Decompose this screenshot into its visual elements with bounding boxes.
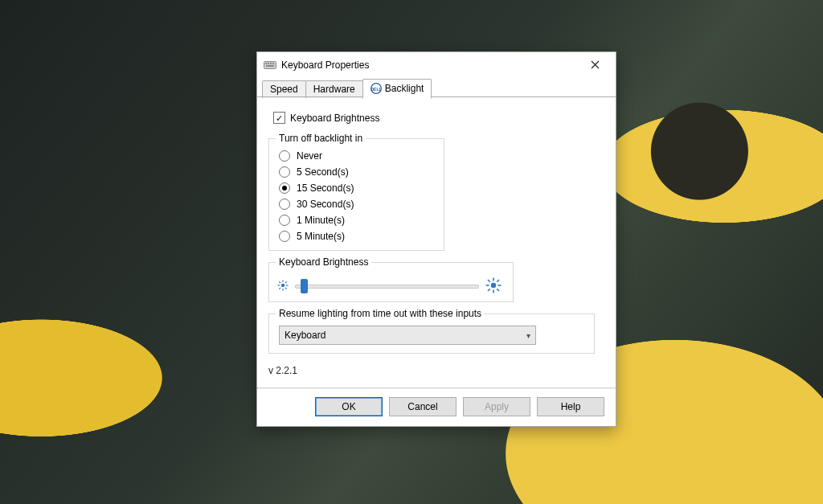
keyboard-icon bbox=[264, 61, 276, 69]
svg-rect-2 bbox=[268, 63, 269, 64]
svg-text:DELL: DELL bbox=[371, 87, 381, 92]
brightness-high-icon bbox=[485, 277, 502, 293]
svg-rect-4 bbox=[272, 63, 274, 64]
checkmark-icon: ✓ bbox=[276, 114, 283, 122]
group-legend: Turn off backlight in bbox=[276, 133, 366, 144]
group-legend: Resume lighting from time out with these… bbox=[276, 308, 485, 319]
radio-button bbox=[279, 231, 290, 242]
svg-line-13 bbox=[279, 281, 280, 283]
svg-line-23 bbox=[497, 289, 499, 291]
turn-off-backlight-group: Turn off backlight in Never5 Second(s)15… bbox=[268, 138, 444, 251]
slider-thumb[interactable] bbox=[301, 279, 308, 293]
tab-panel-backlight: ✓ Keyboard Brightness Turn off backlight… bbox=[257, 97, 616, 387]
version-label: v 2.2.1 bbox=[268, 365, 604, 376]
backlight-timeout-option[interactable]: 30 Second(s) bbox=[279, 199, 436, 210]
close-icon bbox=[591, 59, 600, 72]
svg-line-14 bbox=[285, 288, 287, 289]
brightness-low-icon bbox=[277, 280, 289, 291]
chevron-down-icon: ▾ bbox=[526, 331, 530, 340]
radio-label: 30 Second(s) bbox=[297, 199, 354, 210]
close-button[interactable] bbox=[579, 55, 611, 75]
tab-backlight-label: Backlight bbox=[385, 83, 424, 94]
radio-label: 5 Second(s) bbox=[297, 166, 349, 178]
backlight-timeout-option[interactable]: 1 Minute(s) bbox=[279, 215, 436, 226]
radio-label: 15 Second(s) bbox=[297, 182, 354, 194]
radio-button bbox=[279, 150, 290, 162]
svg-line-25 bbox=[488, 289, 490, 291]
tab-speed-label: Speed bbox=[270, 84, 298, 95]
radio-button bbox=[279, 182, 290, 194]
backlight-timeout-radio-list: Never5 Second(s)15 Second(s)30 Second(s)… bbox=[279, 150, 436, 242]
ok-button[interactable]: OK bbox=[315, 397, 383, 416]
tab-backlight[interactable]: DELL Backlight bbox=[362, 79, 432, 99]
backlight-timeout-option[interactable]: 5 Second(s) bbox=[279, 166, 436, 178]
svg-rect-3 bbox=[270, 63, 272, 64]
brightness-slider[interactable] bbox=[295, 278, 479, 293]
dell-icon: DELL bbox=[371, 82, 382, 93]
dialog-button-row: OK Cancel Apply Help bbox=[257, 389, 616, 426]
radio-button bbox=[279, 166, 290, 178]
cancel-button[interactable]: Cancel bbox=[389, 397, 457, 416]
button-label: Cancel bbox=[407, 401, 437, 412]
apply-button[interactable]: Apply bbox=[463, 397, 530, 416]
svg-point-17 bbox=[491, 283, 496, 288]
svg-rect-1 bbox=[265, 63, 267, 64]
svg-line-16 bbox=[279, 288, 280, 289]
checkbox-box: ✓ bbox=[273, 112, 285, 124]
radio-dot-icon bbox=[282, 186, 287, 191]
tab-speed[interactable]: Speed bbox=[262, 80, 306, 98]
keyboard-brightness-checkbox[interactable]: ✓ Keyboard Brightness bbox=[273, 112, 604, 124]
help-button[interactable]: Help bbox=[537, 397, 604, 416]
svg-line-24 bbox=[497, 280, 499, 282]
radio-label: Never bbox=[297, 150, 322, 162]
button-label: OK bbox=[342, 401, 355, 412]
svg-line-15 bbox=[285, 281, 287, 283]
keyboard-brightness-slider-group: Keyboard Brightness bbox=[268, 262, 514, 302]
radio-button bbox=[279, 199, 290, 210]
backlight-timeout-option[interactable]: 15 Second(s) bbox=[279, 182, 436, 194]
radio-label: 5 Minute(s) bbox=[297, 231, 345, 242]
button-label: Apply bbox=[485, 401, 509, 412]
tab-hardware-label: Hardware bbox=[313, 84, 355, 95]
checkbox-label: Keyboard Brightness bbox=[290, 113, 379, 124]
desktop-background: Keyboard Properties Speed Hardware DELL bbox=[0, 0, 823, 504]
button-label: Help bbox=[561, 401, 581, 412]
combobox-value: Keyboard bbox=[285, 330, 326, 341]
group-legend: Keyboard Brightness bbox=[276, 256, 371, 268]
tabstrip: Speed Hardware DELL Backlight bbox=[257, 77, 616, 97]
tab-hardware[interactable]: Hardware bbox=[305, 80, 363, 98]
window-title: Keyboard Properties bbox=[281, 59, 579, 71]
backlight-timeout-option[interactable]: Never bbox=[279, 150, 436, 162]
titlebar[interactable]: Keyboard Properties bbox=[257, 52, 616, 77]
svg-line-22 bbox=[488, 280, 490, 282]
backlight-timeout-option[interactable]: 5 Minute(s) bbox=[279, 231, 436, 242]
radio-button bbox=[279, 215, 290, 226]
radio-label: 1 Minute(s) bbox=[297, 215, 345, 226]
svg-rect-5 bbox=[266, 65, 274, 67]
keyboard-properties-dialog: Keyboard Properties Speed Hardware DELL bbox=[256, 51, 616, 427]
resume-input-combobox[interactable]: Keyboard ▾ bbox=[279, 326, 536, 345]
svg-point-8 bbox=[281, 284, 285, 287]
resume-lighting-group: Resume lighting from time out with these… bbox=[268, 313, 595, 354]
